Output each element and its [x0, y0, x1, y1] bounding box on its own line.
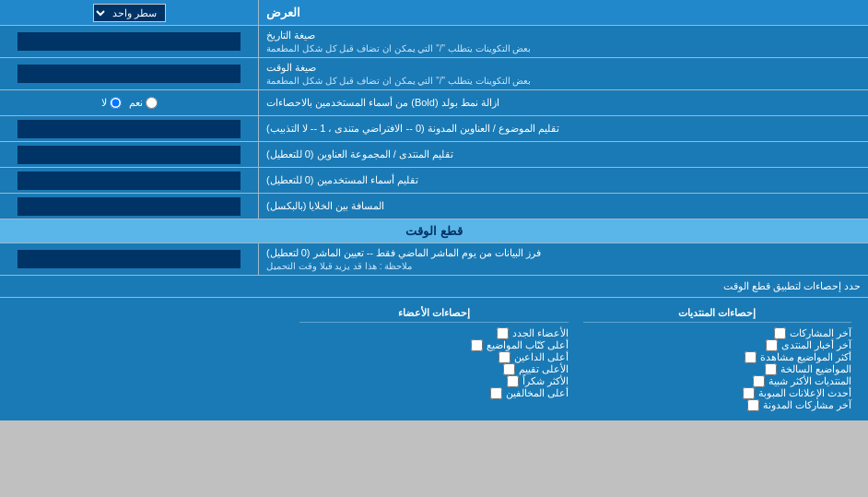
realtime-title: قطع الوقت: [405, 224, 463, 238]
limit-label: حدد إحصاءات لتطبيق قطع الوقت: [0, 276, 868, 297]
data-filter-input[interactable]: 0: [18, 250, 240, 268]
bold-no-label[interactable]: لا: [101, 97, 122, 109]
data-filter-title: فرز البيانات من يوم الماشر الماضي فقط --…: [266, 247, 541, 259]
date-format-sublabel: بعض التكوينات يتطلب "/" التي يمكن ان تضا…: [266, 43, 531, 53]
date-format-input-container: d-m: [0, 26, 258, 57]
similar-forums-checkbox[interactable]: [753, 375, 765, 387]
most-thanks-checkbox[interactable]: [507, 375, 519, 387]
forum-stats-col: إحصاءات المنتديات آخر المشاركات آخر أخبا…: [576, 303, 859, 415]
subject-trim-row: تقليم الموضوع / العناوين المدونة (0 -- ا…: [0, 116, 868, 142]
recent-ads-item: أحدث الإعلانات المبوبة: [583, 387, 851, 399]
checkboxes-section: إحصاءات المنتديات آخر المشاركات آخر أخبا…: [0, 298, 868, 420]
data-filter-label: فرز البيانات من يوم الماشر الماضي فقط --…: [258, 243, 868, 275]
bold-no-radio[interactable]: [110, 97, 122, 109]
username-trim-row: تقليم أسماء المستخدمين (0 للتعطيل) 0: [0, 168, 868, 194]
most-viewed-checkbox[interactable]: [745, 351, 757, 363]
last-noted-label: آخر مشاركات المدونة: [763, 399, 851, 411]
recent-ads-checkbox[interactable]: [743, 387, 755, 399]
time-format-row: صيغة الوقت بعض التكوينات يتطلب "/" التي …: [0, 58, 868, 90]
top-blocked-item: أعلى المخالفين: [299, 387, 568, 399]
cell-distance-row: المسافة بين الخلايا (بالبكسل) 2: [0, 194, 868, 219]
bold-yes-text: نعم: [129, 97, 143, 109]
similar-forums-item: المنتديات الأكثر شبية: [583, 375, 851, 387]
last-posts-checkbox[interactable]: [774, 327, 786, 339]
limit-row: حدد إحصاءات لتطبيق قطع الوقت: [0, 276, 868, 298]
bold-yes-label[interactable]: نعم: [129, 97, 158, 109]
top-rated-checkbox[interactable]: [503, 363, 515, 375]
similar-forums-label: المنتديات الأكثر شبية: [768, 375, 851, 387]
top-blocked-checkbox[interactable]: [490, 387, 502, 399]
top-posters-label: أعلى كتّاب المواضيع: [487, 339, 569, 351]
empty-col: [9, 303, 292, 415]
display-label: العرض: [258, 0, 868, 25]
cell-distance-label: المسافة بين الخلايا (بالبكسل): [258, 194, 868, 219]
data-filter-sublabel: ملاحظة : هذا قد يزيد قبلا وقت التحميل: [266, 261, 412, 271]
member-stats-header: إحصاءات الأعضاء: [299, 307, 568, 323]
bold-no-text: لا: [101, 97, 107, 109]
top-posters-item: أعلى كتّاب المواضيع: [299, 339, 568, 351]
top-rated-item: الأعلى تقييم: [299, 363, 568, 375]
last-posts-label: آخر المشاركات: [790, 327, 851, 339]
most-thanks-item: الأكثر شكراً: [299, 375, 568, 387]
date-format-title: صيغة التاريخ: [266, 30, 315, 41]
last-noted-checkbox[interactable]: [747, 399, 759, 411]
top-header-row: العرض سطر واحد: [0, 0, 868, 26]
username-trim-input-container: 0: [0, 168, 258, 193]
bold-radio-group: نعم لا: [101, 97, 158, 109]
most-thanks-label: الأكثر شكراً: [522, 375, 569, 387]
time-format-label: صيغة الوقت بعض التكوينات يتطلب "/" التي …: [258, 58, 868, 89]
username-trim-input[interactable]: 0: [18, 172, 240, 190]
top-online-label: أعلى الداعين: [514, 351, 569, 363]
username-trim-label: تقليم أسماء المستخدمين (0 للتعطيل): [258, 168, 868, 193]
top-blocked-label: أعلى المخالفين: [506, 387, 569, 399]
last-noted-item: آخر مشاركات المدونة: [583, 399, 851, 411]
date-format-input[interactable]: d-m: [18, 32, 240, 51]
forum-trim-row: تقليم المنتدى / المجموعة العناوين (0 للت…: [0, 142, 868, 168]
top-posters-checkbox[interactable]: [471, 339, 483, 351]
data-filter-input-container: 0: [0, 243, 258, 275]
forum-trim-title: تقليم المنتدى / المجموعة العناوين (0 للت…: [266, 148, 453, 160]
bold-yes-radio[interactable]: [146, 97, 158, 109]
bold-title: ازالة نمط بولد (Bold) من أسماء المستخدمي…: [266, 97, 499, 109]
forum-news-item: آخر أخبار المنتدى: [583, 339, 851, 351]
old-topics-item: المواضيع السالخة: [583, 363, 851, 375]
checkboxes-row: إحصاءات المنتديات آخر المشاركات آخر أخبا…: [9, 303, 859, 415]
realtime-section-header: قطع الوقت: [0, 219, 868, 243]
new-members-item: الأعضاء الجدد: [299, 327, 568, 339]
dropdown-container: سطر واحد: [0, 0, 258, 25]
recent-ads-label: أحدث الإعلانات المبوبة: [758, 387, 851, 399]
forum-news-checkbox[interactable]: [766, 339, 778, 351]
old-topics-label: المواضيع السالخة: [780, 363, 851, 375]
most-viewed-label: أكثر المواضيع مشاهدة: [760, 351, 851, 363]
forum-trim-input[interactable]: 33: [18, 146, 240, 164]
new-members-checkbox[interactable]: [497, 327, 509, 339]
lines-dropdown[interactable]: سطر واحد: [93, 4, 166, 22]
subject-trim-label: تقليم الموضوع / العناوين المدونة (0 -- ا…: [258, 116, 868, 141]
time-format-sublabel: بعض التكوينات يتطلب "/" التي يمكن ان تضا…: [266, 76, 531, 86]
subject-trim-input[interactable]: 33: [18, 120, 240, 138]
subject-trim-input-container: 33: [0, 116, 258, 141]
cell-distance-input[interactable]: 2: [18, 197, 240, 216]
username-trim-title: تقليم أسماء المستخدمين (0 للتعطيل): [266, 174, 418, 186]
time-format-input-container: H:i: [0, 58, 258, 89]
bold-radio-container: نعم لا: [0, 90, 258, 115]
top-online-item: أعلى الداعين: [299, 351, 568, 363]
old-topics-checkbox[interactable]: [765, 363, 777, 375]
forum-stats-header: إحصاءات المنتديات: [583, 307, 851, 323]
member-stats-title: إحصاءات الأعضاء: [398, 307, 470, 318]
forum-trim-label: تقليم المنتدى / المجموعة العناوين (0 للت…: [258, 142, 868, 167]
bold-row: ازالة نمط بولد (Bold) من أسماء المستخدمي…: [0, 90, 868, 116]
most-viewed-item: أكثر المواضيع مشاهدة: [583, 351, 851, 363]
limit-title: حدد إحصاءات لتطبيق قطع الوقت: [723, 280, 861, 291]
member-stats-col: إحصاءات الأعضاء الأعضاء الجدد أعلى كتّاب…: [292, 303, 575, 415]
cell-distance-input-container: 2: [0, 194, 258, 219]
top-rated-label: الأعلى تقييم: [519, 363, 569, 375]
time-format-input[interactable]: H:i: [18, 65, 240, 83]
date-format-label: صيغة التاريخ بعض التكوينات يتطلب "/" الت…: [258, 26, 868, 57]
time-format-title: صيغة الوقت: [266, 62, 316, 74]
cell-distance-title: المسافة بين الخلايا (بالبكسل): [266, 200, 385, 212]
subject-trim-title: تقليم الموضوع / العناوين المدونة (0 -- ا…: [266, 123, 559, 135]
last-posts-item: آخر المشاركات: [583, 327, 851, 339]
new-members-label: الأعضاء الجدد: [512, 327, 569, 339]
top-online-checkbox[interactable]: [499, 351, 510, 363]
